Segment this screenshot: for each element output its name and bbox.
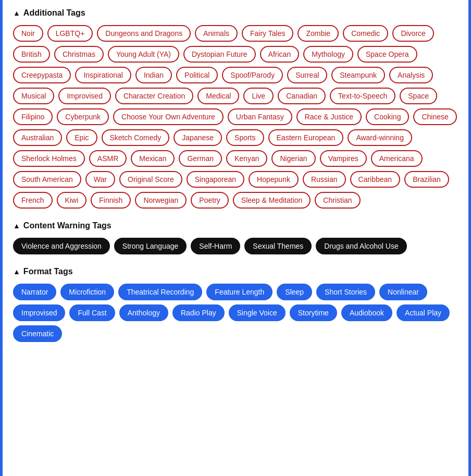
tag-item[interactable]: Epic bbox=[66, 129, 97, 146]
tag-item[interactable]: Musical bbox=[13, 88, 54, 104]
tag-item[interactable]: Violence and Aggression bbox=[13, 238, 110, 254]
tag-item[interactable]: Mythology bbox=[303, 46, 353, 63]
tag-item[interactable]: Zombie bbox=[298, 25, 339, 42]
tag-item[interactable]: Kenyan bbox=[226, 150, 267, 167]
tag-item[interactable]: Audiobook bbox=[341, 304, 392, 321]
tag-item[interactable]: German bbox=[179, 150, 222, 167]
tag-item[interactable]: Young Adult (YA) bbox=[108, 46, 179, 63]
tag-item[interactable]: Race & Justice bbox=[296, 108, 362, 125]
tag-item[interactable]: South American bbox=[13, 171, 81, 188]
tag-item[interactable]: Improvised bbox=[58, 88, 110, 104]
tag-item[interactable]: Dystopian Future bbox=[183, 46, 256, 63]
tag-item[interactable]: Improvised bbox=[13, 304, 65, 321]
tag-item[interactable]: Animals bbox=[195, 25, 238, 42]
tag-item[interactable]: Canadian bbox=[278, 88, 326, 104]
section-title-content-warning-tags: Content Warning Tags bbox=[23, 221, 111, 230]
tag-item[interactable]: Vampires bbox=[320, 150, 367, 167]
tag-item[interactable]: Eastern European bbox=[268, 129, 344, 146]
tag-item[interactable]: Brazilian bbox=[404, 171, 449, 188]
tag-item[interactable]: ASMR bbox=[89, 150, 127, 167]
tag-item[interactable]: Christian bbox=[315, 192, 360, 209]
tag-item[interactable]: Short Stories bbox=[316, 284, 375, 300]
tag-item[interactable]: Christmas bbox=[54, 46, 104, 63]
tag-item[interactable]: Original Score bbox=[119, 171, 182, 188]
tag-item[interactable]: Sleep & Meditation bbox=[233, 192, 311, 209]
tag-item[interactable]: Space bbox=[400, 88, 437, 104]
tag-item[interactable]: Radio Play bbox=[172, 304, 225, 321]
tag-item[interactable]: Japanese bbox=[173, 129, 222, 146]
tags-container-content-warning-tags: Violence and AggressionStrong LanguageSe… bbox=[13, 238, 458, 254]
chevron-up-icon[interactable]: ▲ bbox=[13, 222, 20, 230]
tag-item[interactable]: Noir bbox=[13, 25, 43, 42]
tag-item[interactable]: Kiwi bbox=[57, 192, 87, 209]
tag-item[interactable]: Cooking bbox=[366, 108, 409, 125]
chevron-up-icon[interactable]: ▲ bbox=[13, 267, 20, 276]
tag-item[interactable]: Indian bbox=[135, 67, 172, 83]
tag-item[interactable]: Filipino bbox=[13, 108, 53, 125]
tag-item[interactable]: Spoof/Parody bbox=[222, 67, 283, 83]
tag-item[interactable]: Sleep bbox=[277, 284, 312, 300]
tag-item[interactable]: Drugs and Alcohol Use bbox=[316, 238, 406, 254]
tag-item[interactable]: Microfiction bbox=[60, 284, 114, 300]
tag-item[interactable]: Sketch Comedy bbox=[102, 129, 170, 146]
tag-item[interactable]: Sexual Themes bbox=[244, 238, 312, 254]
tag-item[interactable]: Cyberpunk bbox=[57, 108, 109, 125]
tag-item[interactable]: Full Cast bbox=[69, 304, 115, 321]
tags-container-format-tags: NarratorMicrofictionTheatrical Recording… bbox=[13, 284, 458, 342]
tag-item[interactable]: Sherlock Holmes bbox=[13, 150, 85, 167]
tag-item[interactable]: Theatrical Recording bbox=[118, 284, 202, 300]
tag-item[interactable]: Choose Your Own Adventure bbox=[113, 108, 224, 125]
tag-item[interactable]: Text-to-Speech bbox=[330, 88, 395, 104]
tag-item[interactable]: Analysis bbox=[389, 67, 433, 83]
tag-item[interactable]: Australian bbox=[13, 129, 62, 146]
tag-item[interactable]: Comedic bbox=[343, 25, 388, 42]
tag-item[interactable]: Storytime bbox=[290, 304, 337, 321]
tag-item[interactable]: Singaporean bbox=[187, 171, 244, 188]
tag-item[interactable]: Finnish bbox=[91, 192, 131, 209]
tag-item[interactable]: Anthology bbox=[119, 304, 168, 321]
tag-item[interactable]: LGBTQ+ bbox=[47, 25, 93, 42]
tag-item[interactable]: Space Opera bbox=[357, 46, 417, 63]
tag-item[interactable]: Sports bbox=[226, 129, 264, 146]
tag-item[interactable]: Urban Fantasy bbox=[228, 108, 292, 125]
tag-item[interactable]: Inspirational bbox=[75, 67, 131, 83]
tag-item[interactable]: Actual Play bbox=[396, 304, 450, 321]
tag-item[interactable]: Single Voice bbox=[229, 304, 286, 321]
tag-item[interactable]: Chinese bbox=[413, 108, 456, 125]
tag-item[interactable]: Nigerian bbox=[271, 150, 315, 167]
tag-item[interactable]: Narrator bbox=[13, 284, 56, 300]
tag-item[interactable]: Russian bbox=[303, 171, 346, 188]
tag-item[interactable]: Award-winning bbox=[348, 129, 412, 146]
section-header-format-tags: ▲Format Tags bbox=[13, 267, 458, 276]
tag-item[interactable]: Self-Harm bbox=[191, 238, 240, 254]
section-additional-tags: ▲Additional TagsNoirLGBTQ+Dungeons and D… bbox=[13, 8, 458, 209]
tag-item[interactable]: Creepypasta bbox=[13, 67, 71, 83]
tag-item[interactable]: Surreal bbox=[287, 67, 327, 83]
tag-item[interactable]: French bbox=[13, 192, 53, 209]
tag-item[interactable]: Hopepunk bbox=[249, 171, 299, 188]
tag-item[interactable]: Steampunk bbox=[331, 67, 385, 83]
tag-item[interactable]: Americana bbox=[371, 150, 423, 167]
tag-item[interactable]: Caribbean bbox=[350, 171, 401, 188]
tag-item[interactable]: Divorce bbox=[392, 25, 433, 42]
tag-item[interactable]: Poetry bbox=[191, 192, 228, 209]
section-title-format-tags: Format Tags bbox=[23, 267, 73, 276]
tag-item[interactable]: Nonlinear bbox=[379, 284, 427, 300]
tag-item[interactable]: Mexican bbox=[131, 150, 175, 167]
tag-item[interactable]: Live bbox=[243, 88, 274, 104]
tag-item[interactable]: Medical bbox=[197, 88, 239, 104]
tag-item[interactable]: Feature Length bbox=[206, 284, 272, 300]
tag-item[interactable]: Dungeons and Dragons bbox=[97, 25, 191, 42]
tag-item[interactable]: British bbox=[13, 46, 50, 63]
chevron-up-icon[interactable]: ▲ bbox=[13, 9, 20, 17]
tag-item[interactable]: Norwegian bbox=[135, 192, 187, 209]
tag-item[interactable]: Character Creation bbox=[115, 88, 193, 104]
tag-item[interactable]: African bbox=[260, 46, 300, 63]
tags-container-additional-tags: NoirLGBTQ+Dungeons and DragonsAnimalsFai… bbox=[13, 25, 458, 209]
tag-item[interactable]: Strong Language bbox=[114, 238, 187, 254]
tag-item[interactable]: War bbox=[85, 171, 115, 188]
tag-item[interactable]: Cinematic bbox=[13, 325, 62, 342]
tag-item[interactable]: Political bbox=[176, 67, 218, 83]
tag-item[interactable]: Fairy Tales bbox=[242, 25, 293, 42]
section-header-content-warning-tags: ▲Content Warning Tags bbox=[13, 221, 458, 230]
